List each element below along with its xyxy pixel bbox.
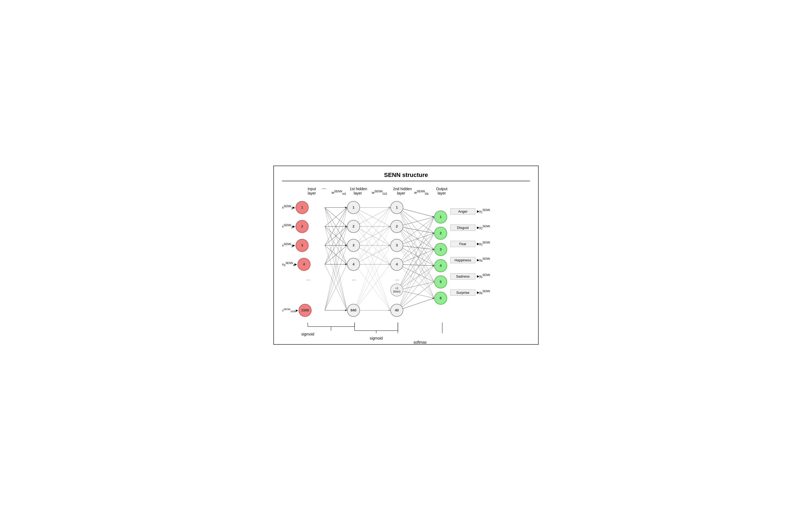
svg-line-62 [398,217,434,245]
output-fear-row: Fear ▶y3SENN [451,241,490,247]
output-surprise-row: Surprise ▶y6SENN [451,290,490,296]
svg-line-38 [354,245,390,264]
svg-line-4 [325,208,347,310]
network-canvas: xSENN1▶ 1 xSENN2▶ 2 xSENN3▶ 3 xSSENN4▶ 4… [282,198,530,333]
connections-svg [282,198,530,333]
svg-line-44 [354,264,390,310]
svg-line-85 [398,290,434,298]
y2-label: ▶y2SENN [477,225,490,230]
input-node-3: 3 [296,239,309,252]
svg-line-57 [398,227,434,233]
softmax-label: softmax [413,340,427,344]
svg-line-46 [354,227,390,310]
svg-line-70 [398,249,434,264]
input-row-1: xSENN1▶ 1 [282,201,309,214]
svg-line-42 [354,245,390,264]
input-row-2: xSENN2▶ 2 [282,220,309,233]
svg-line-21 [325,227,347,310]
top-labels: Input layer ⌒ wSENNnl1 1st hidden layer … [282,187,530,196]
svg-line-59 [398,227,434,266]
y6-label: ▶y6SENN [477,290,490,295]
output-disgust-row: Disgust ▶y2SENN [451,224,490,231]
svg-line-5 [325,208,347,227]
input-node-1500: 1500 [298,304,312,317]
svg-line-7 [325,227,347,245]
input-layer-label: Input layer [304,187,320,196]
svg-line-32 [354,227,390,245]
svg-line-48 [354,264,390,310]
input-label-4: xSSENN4▶ [282,262,297,267]
sigmoid1-label: sigmoid [301,332,314,336]
svg-line-63 [398,233,434,245]
input-label-1500: xSENN1500▶ [282,308,298,313]
svg-line-80 [398,217,434,290]
svg-line-72 [398,264,434,282]
weight-l2k-label: wSENNl2k [409,190,434,196]
hidden1-layer-label-wrap: 1st hidden layer [350,187,366,196]
input-label-1: xSENN1▶ [282,205,295,210]
svg-line-1 [325,208,347,227]
sigmoid2-label: sigmoid [370,336,383,340]
svg-line-29 [354,208,390,310]
svg-line-73 [398,264,434,298]
svg-line-78 [398,282,434,310]
svg-line-69 [398,233,434,264]
svg-line-71 [398,264,434,266]
hidden2-node-2: 2 [390,220,403,233]
svg-line-9 [325,227,347,310]
hidden1-node-4: 4 [347,258,360,271]
svg-line-2 [325,208,347,245]
svg-line-54 [398,208,434,282]
y1-label: ▶y1SENN [477,209,490,214]
output-node-6: 6 [434,292,447,305]
input-row-4: xSSENN4▶ 4 [282,258,311,271]
weight-l1l2-label: wSENNl1l2 [366,190,393,196]
svg-line-56 [398,217,434,227]
emotion-happiness: Happiness [451,257,475,263]
svg-line-83 [398,266,434,290]
hidden2-dots: ... [395,276,399,282]
svg-line-11 [325,227,347,245]
svg-line-34 [354,227,390,310]
input-row-3: xSENN3▶ 3 [282,239,309,252]
hidden1-node-840: 840 [347,304,360,317]
input-label-2: xSENN2▶ [282,224,295,229]
weight-nl1-label: wSENNnl1 [328,190,350,196]
bias-node: +1(bias) [390,283,403,297]
svg-line-65 [398,245,434,266]
svg-line-16 [325,227,347,264]
emotion-fear: Fear [451,241,475,247]
output-node-5: 5 [434,275,447,289]
svg-line-79 [398,298,434,310]
svg-line-20 [325,208,347,310]
y3-label: ▶y3SENN [477,241,490,246]
svg-line-82 [398,249,434,290]
svg-line-51 [398,208,434,233]
emotion-anger: Anger [451,208,475,215]
svg-line-60 [398,227,434,282]
svg-line-36 [354,227,390,245]
svg-line-64 [398,245,434,249]
svg-line-77 [398,266,434,310]
hidden1-dots: ... [352,276,356,282]
svg-line-52 [398,208,434,249]
input-node-1: 1 [296,201,309,214]
svg-line-61 [398,227,434,298]
input-node-4: 4 [297,258,311,271]
svg-line-17 [325,245,347,264]
svg-line-45 [354,208,390,310]
input-node-2: 2 [296,220,309,233]
svg-line-66 [398,245,434,282]
output-sadness-row: Sadness ▶y5SENN [451,273,490,279]
svg-line-15 [325,208,347,264]
y5-label: ▶y5SENN [477,273,490,279]
output-node-3: 3 [434,243,447,256]
svg-line-67 [398,245,434,298]
diagram-container: SENN structure Input layer ⌒ wSENNnl1 1s… [273,166,539,345]
hidden1-node-3: 3 [347,239,360,252]
svg-line-50 [398,208,434,217]
input-row-1500: xSENN1500▶ 1500 [282,304,312,317]
input-layer-label-wrap: Input layer [304,187,320,196]
hidden2-node-40: 40 [390,304,403,317]
hidden2-node-3: 3 [390,239,403,252]
